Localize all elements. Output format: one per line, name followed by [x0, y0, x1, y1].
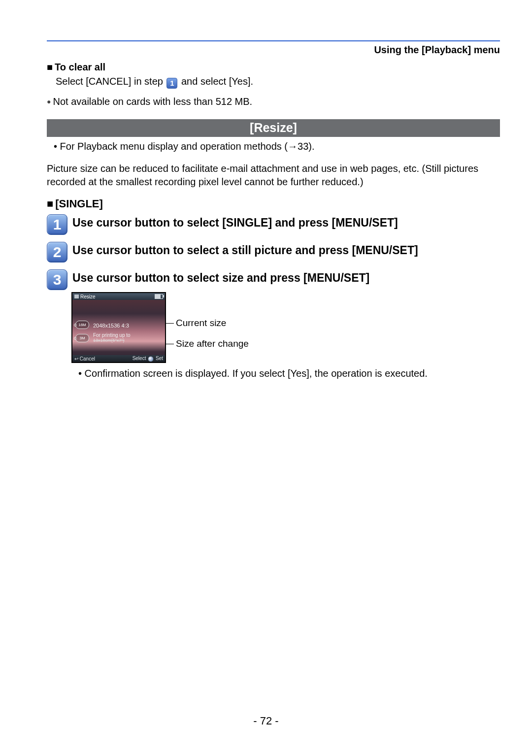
readout-hint2: 13x18cm(5"x7") [93, 338, 124, 343]
screenshot-footer: Cancel Select Set [72, 355, 165, 362]
clear-text-before: Select [CANCEL] in step [56, 76, 166, 87]
section-header: Using the [Playback] menu [47, 44, 500, 56]
footer-set-label: Set [156, 356, 163, 361]
size-pill-after: 3M [75, 334, 89, 342]
step-2: 2 Use cursor button to select a still pi… [47, 242, 500, 263]
clear-all-note: Not available on cards with less than 51… [47, 95, 500, 108]
callout-current-text: Current size [176, 318, 226, 329]
step-badge-1: 1 [47, 214, 67, 235]
step-badge-2: 2 [47, 242, 67, 263]
clear-text-after: and select [Yes]. [181, 76, 253, 87]
to-clear-all-text: Select [CANCEL] in step 1 and select [Ye… [47, 75, 500, 88]
single-subhead: [SINGLE] [47, 197, 500, 210]
resize-section-band: [Resize] [47, 119, 500, 137]
resize-ref-line: For Playback menu display and operation … [47, 140, 500, 153]
menu-set-icon [148, 357, 153, 362]
callout-after: Size after change [166, 338, 249, 349]
step-3: 3 Use cursor button to select size and p… [47, 269, 500, 290]
footer-cancel: Cancel [74, 356, 95, 362]
step-badge-3: 3 [47, 269, 67, 290]
step-text-2: Use cursor button to select a still pict… [72, 242, 418, 258]
callout-after-text: Size after change [176, 338, 249, 349]
confirmation-note: Confirmation screen is displayed. If you… [71, 367, 500, 380]
manual-page: Using the [Playback] menu To clear all S… [0, 0, 532, 756]
readout-size: 2048x1536 4:3 [93, 323, 129, 329]
resize-icon [74, 295, 79, 298]
step-ref-icon: 1 [166, 78, 177, 89]
battery-icon [155, 294, 163, 299]
callout-current: Current size [166, 318, 249, 329]
footer-select-label: Select [133, 356, 146, 361]
callout-leader [165, 344, 174, 344]
to-clear-all-heading: To clear all [47, 61, 500, 74]
screenshot-titlebar: Resize [72, 293, 165, 300]
step-text-1: Use cursor button to select [SINGLE] and… [72, 214, 398, 230]
screenshot-title: Resize [80, 294, 96, 299]
footer-select-set: Select Set [133, 356, 163, 361]
step-1: 1 Use cursor button to select [SINGLE] a… [47, 214, 500, 235]
page-number: - 72 - [0, 715, 532, 727]
header-rule [47, 40, 500, 41]
screenshot-with-callouts: Resize 16M 2048x1536 4:3 3M For printing… [71, 292, 500, 363]
camera-screenshot: Resize 16M 2048x1536 4:3 3M For printing… [71, 292, 166, 363]
screenshot-callouts: Current size Size after change [166, 292, 249, 349]
size-pill-current: 16M [75, 321, 89, 329]
step-text-3: Use cursor button to select size and pre… [72, 269, 369, 285]
callout-leader [165, 323, 174, 324]
resize-intro: Picture size can be reduced to facilitat… [47, 162, 500, 189]
readout-hint1: For printing up to [93, 332, 131, 338]
